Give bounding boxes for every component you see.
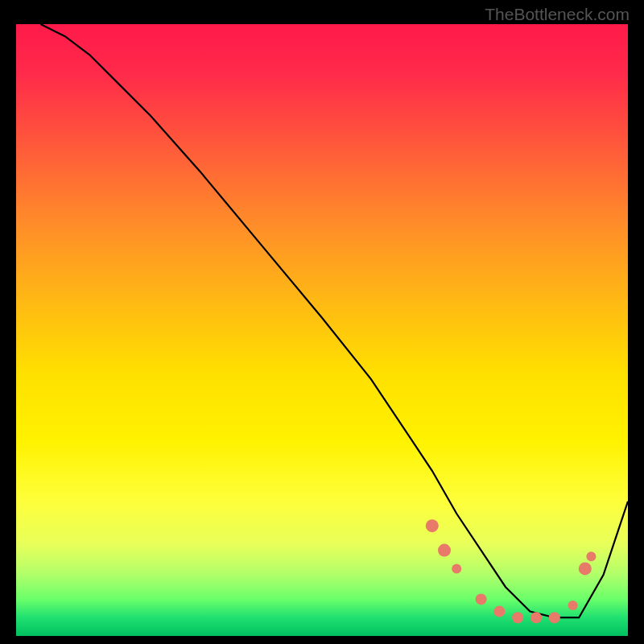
marker-dot xyxy=(586,551,596,561)
marker-dot xyxy=(476,593,487,605)
highlight-markers xyxy=(426,519,597,623)
marker-dot xyxy=(452,564,461,573)
marker-dot xyxy=(512,612,523,623)
marker-dot xyxy=(438,544,451,557)
marker-dot xyxy=(530,612,542,623)
gradient-plot-area xyxy=(16,24,628,636)
marker-dot xyxy=(426,519,439,532)
marker-dot xyxy=(579,562,592,575)
bottleneck-curve xyxy=(40,24,628,617)
marker-dot xyxy=(493,606,505,617)
curve-svg xyxy=(16,24,628,636)
watermark-text: TheBottleneck.com xyxy=(485,5,630,24)
marker-dot xyxy=(549,612,560,623)
marker-dot xyxy=(568,601,578,610)
